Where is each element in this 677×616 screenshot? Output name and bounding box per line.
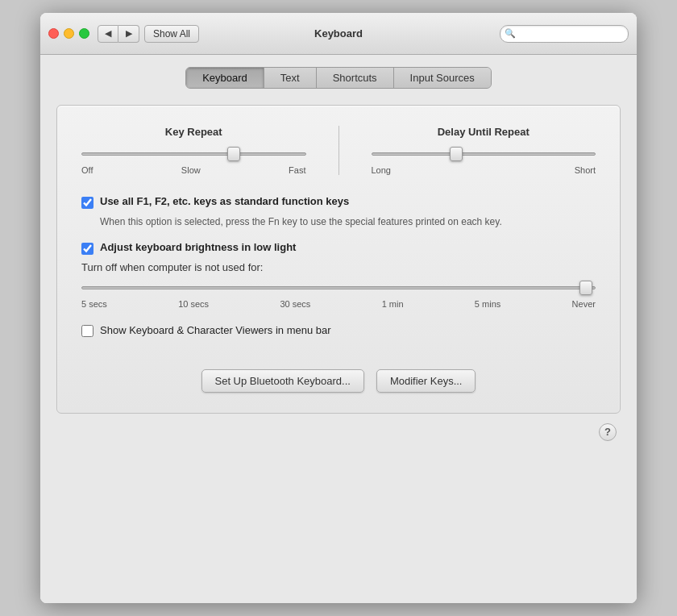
keyboard-panel: Key Repeat Off Slow Fast Delay Un: [56, 105, 621, 414]
brightness-label-never: Never: [572, 299, 596, 309]
setup-bluetooth-button[interactable]: Set Up Bluetooth Keyboard...: [201, 369, 364, 393]
brightness-row: Adjust keyboard brightness in low light: [81, 241, 596, 255]
search-icon: 🔍: [505, 28, 516, 39]
close-button[interactable]: [48, 28, 59, 39]
delay-repeat-section: Delay Until Repeat Long Short: [372, 126, 596, 175]
delay-repeat-line: [372, 152, 596, 156]
brightness-labels: 5 secs 10 secs 30 secs 1 min 5 mins Neve…: [81, 299, 596, 309]
delay-long-label: Long: [372, 165, 391, 175]
keyboard-viewer-checkbox[interactable]: [81, 325, 93, 337]
fn-keys-row: Use all F1, F2, etc. keys as standard fu…: [81, 195, 596, 209]
tab-input-sources[interactable]: Input Sources: [394, 68, 491, 88]
brightness-label-30secs: 30 secs: [280, 299, 310, 309]
brightness-label-1min: 1 min: [382, 299, 404, 309]
titlebar: ◀ ▶ Show All Keyboard 🔍: [40, 13, 637, 55]
brightness-label-10secs: 10 secs: [178, 299, 209, 309]
zoom-button[interactable]: [79, 28, 89, 39]
bottom-buttons: Set Up Bluetooth Keyboard... Modifier Ke…: [81, 369, 596, 393]
brightness-thumb[interactable]: [579, 281, 592, 295]
turn-off-label: Turn off when computer is not used for:: [81, 261, 596, 273]
content-area: Keyboard Text Shortcuts Input Sources Ke…: [40, 55, 637, 603]
tab-bar: Keyboard Text Shortcuts Input Sources: [56, 67, 621, 89]
tab-group: Keyboard Text Shortcuts Input Sources: [185, 67, 492, 89]
tab-shortcuts[interactable]: Shortcuts: [317, 68, 394, 88]
key-repeat-track: [81, 146, 306, 162]
slider-divider: [338, 126, 339, 175]
search-input[interactable]: [500, 25, 629, 43]
modifier-keys-button[interactable]: Modifier Keys...: [376, 369, 476, 393]
brightness-label-5secs: 5 secs: [81, 299, 107, 309]
tab-keyboard[interactable]: Keyboard: [186, 68, 264, 88]
delay-short-label: Short: [575, 165, 596, 175]
help-row: ?: [56, 423, 621, 441]
key-repeat-section: Key Repeat Off Slow Fast: [81, 126, 306, 175]
nav-buttons: ◀ ▶: [98, 25, 139, 43]
keyboard-viewer-label: Show Keyboard & Character Viewers in men…: [100, 324, 331, 336]
help-button[interactable]: ?: [599, 423, 617, 441]
brightness-slider-track: [81, 280, 596, 296]
brightness-label: Adjust keyboard brightness in low light: [100, 241, 296, 253]
key-repeat-line: [81, 152, 306, 156]
delay-repeat-thumb[interactable]: [450, 147, 463, 161]
minimize-button[interactable]: [64, 28, 74, 39]
sliders-row: Key Repeat Off Slow Fast Delay Un: [81, 126, 596, 175]
key-repeat-label: Key Repeat: [81, 126, 306, 138]
traffic-lights: [48, 28, 89, 39]
key-repeat-slow: Slow: [181, 165, 201, 175]
key-repeat-off: Off: [81, 165, 93, 175]
fn-keys-label: Use all F1, F2, etc. keys as standard fu…: [100, 195, 349, 207]
fn-keys-sublabel: When this option is selected, press the …: [100, 215, 596, 229]
key-repeat-fast: Fast: [289, 165, 305, 175]
tab-text[interactable]: Text: [264, 68, 317, 88]
keyboard-window: ◀ ▶ Show All Keyboard 🔍 Keyboard Text Sh…: [40, 13, 637, 603]
key-repeat-labels: Off Slow Fast: [81, 165, 306, 175]
back-button[interactable]: ◀: [98, 25, 118, 43]
key-repeat-thumb[interactable]: [227, 147, 240, 161]
delay-repeat-labels: Long Short: [372, 165, 596, 175]
fn-keys-checkbox[interactable]: [81, 197, 93, 209]
forward-button[interactable]: ▶: [118, 25, 139, 43]
window-title: Keyboard: [314, 27, 363, 40]
show-all-button[interactable]: Show All: [144, 25, 199, 43]
brightness-slider-line: [81, 286, 596, 289]
delay-repeat-label: Delay Until Repeat: [372, 126, 596, 138]
delay-repeat-track: [372, 146, 596, 162]
keyboard-viewer-row: Show Keyboard & Character Viewers in men…: [81, 323, 596, 337]
search-box: 🔍: [500, 25, 629, 43]
brightness-checkbox[interactable]: [81, 243, 93, 255]
brightness-label-5mins: 5 mins: [475, 299, 500, 309]
